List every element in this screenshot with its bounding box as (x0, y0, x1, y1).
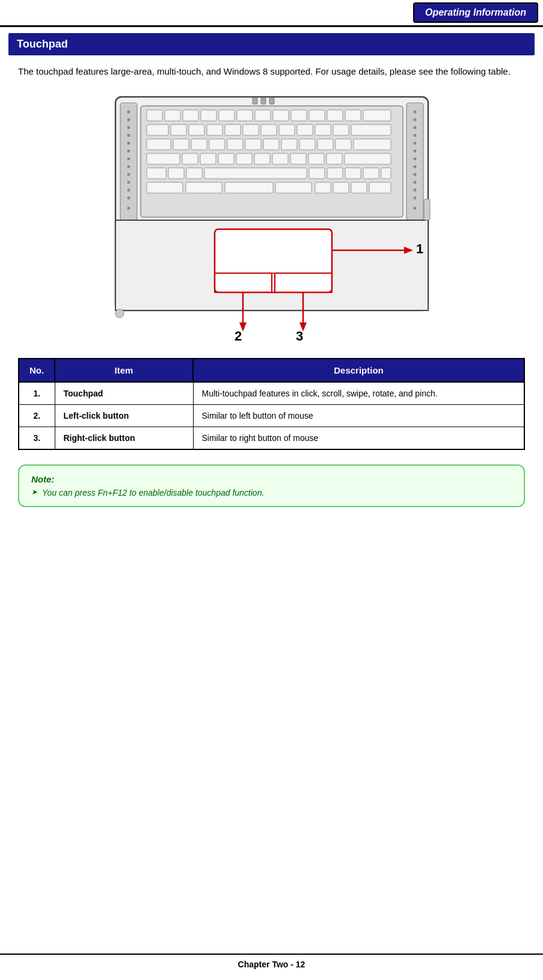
svg-point-16 (413, 110, 416, 113)
table-cell-description: Similar to left button of mouse (193, 404, 524, 427)
svg-rect-71 (147, 153, 180, 164)
svg-rect-91 (147, 182, 183, 193)
svg-rect-70 (354, 139, 391, 150)
svg-rect-53 (261, 125, 277, 135)
svg-rect-36 (183, 110, 198, 121)
svg-rect-37 (201, 110, 216, 121)
svg-point-22 (413, 157, 416, 160)
svg-rect-78 (290, 153, 306, 164)
svg-rect-95 (315, 182, 331, 193)
svg-point-20 (413, 141, 416, 144)
svg-rect-96 (333, 182, 349, 193)
svg-point-24 (413, 173, 416, 176)
header-title: Operating Information (413, 2, 538, 23)
svg-rect-75 (236, 153, 252, 164)
svg-rect-49 (189, 125, 204, 135)
svg-rect-57 (333, 125, 349, 135)
svg-rect-41 (273, 110, 289, 121)
svg-rect-115 (424, 199, 430, 220)
table-cell-no: 3. (19, 427, 55, 449)
svg-rect-62 (209, 139, 225, 150)
svg-rect-35 (165, 110, 180, 121)
svg-rect-68 (318, 139, 333, 150)
svg-point-12 (127, 188, 130, 191)
svg-point-7 (127, 149, 130, 152)
laptop-diagram: 1 2 3 (97, 91, 446, 344)
svg-point-2 (127, 110, 130, 113)
note-box: Note: You can press Fn+F12 to enable/dis… (18, 464, 525, 507)
svg-rect-87 (327, 168, 343, 179)
svg-point-25 (413, 180, 416, 183)
svg-rect-56 (315, 125, 331, 135)
svg-point-4 (127, 126, 130, 129)
svg-point-14 (127, 206, 130, 209)
table-row: 2.Left-click buttonSimilar to left butto… (19, 404, 524, 427)
svg-rect-76 (254, 153, 270, 164)
svg-rect-97 (351, 182, 367, 193)
table-cell-description: Similar to right button of mouse (193, 427, 524, 449)
svg-rect-60 (173, 139, 189, 150)
svg-rect-89 (363, 168, 379, 179)
svg-text:2: 2 (235, 328, 242, 344)
svg-rect-101 (215, 229, 332, 292)
svg-rect-29 (253, 98, 257, 104)
svg-point-10 (127, 173, 130, 176)
col-header-item: Item (55, 359, 193, 382)
info-table: No. Item Description 1.TouchpadMulti-tou… (18, 358, 525, 450)
svg-rect-47 (147, 125, 168, 135)
svg-rect-30 (261, 98, 266, 104)
svg-point-3 (127, 118, 130, 121)
svg-point-23 (413, 165, 416, 168)
svg-rect-55 (297, 125, 313, 135)
svg-rect-84 (186, 168, 202, 179)
svg-rect-43 (309, 110, 325, 121)
note-title: Note: (31, 474, 512, 484)
svg-rect-80 (327, 153, 342, 164)
svg-rect-66 (281, 139, 297, 150)
svg-rect-63 (227, 139, 243, 150)
svg-rect-79 (308, 153, 324, 164)
svg-rect-44 (327, 110, 343, 121)
table-cell-description: Multi-touchpad features in click, scroll… (193, 382, 524, 405)
svg-rect-92 (186, 182, 222, 193)
col-header-description: Description (193, 359, 524, 382)
table-cell-no: 1. (19, 382, 55, 405)
svg-rect-65 (263, 139, 279, 150)
svg-rect-90 (381, 168, 391, 179)
svg-rect-85 (204, 168, 307, 179)
svg-point-26 (413, 188, 416, 191)
svg-rect-39 (237, 110, 253, 121)
svg-text:1: 1 (416, 241, 423, 256)
svg-point-27 (413, 196, 416, 199)
svg-point-17 (413, 118, 416, 121)
footer-label: Chapter Two - 12 (238, 960, 305, 969)
section-heading: Touchpad (8, 33, 535, 55)
svg-rect-59 (147, 139, 171, 150)
svg-rect-77 (272, 153, 288, 164)
svg-rect-42 (291, 110, 307, 121)
svg-rect-69 (336, 139, 351, 150)
svg-rect-88 (345, 168, 361, 179)
svg-rect-38 (219, 110, 235, 121)
svg-text:3: 3 (296, 328, 303, 344)
table-cell-item: Touchpad (55, 382, 193, 405)
svg-point-116 (115, 309, 124, 318)
note-item: You can press Fn+F12 to enable/disable t… (31, 488, 512, 498)
svg-rect-86 (309, 168, 325, 179)
svg-point-6 (127, 141, 130, 144)
header: Operating Information (0, 0, 543, 27)
svg-rect-61 (191, 139, 207, 150)
svg-rect-93 (225, 182, 273, 193)
svg-rect-83 (168, 168, 184, 179)
svg-rect-52 (243, 125, 259, 135)
svg-point-8 (127, 157, 130, 160)
svg-rect-58 (351, 125, 391, 135)
table-cell-item: Right-click button (55, 427, 193, 449)
svg-rect-54 (279, 125, 295, 135)
svg-rect-81 (345, 153, 391, 164)
table-row: 1.TouchpadMulti-touchpad features in cli… (19, 382, 524, 405)
table-row: 3.Right-click buttonSimilar to right but… (19, 427, 524, 449)
svg-rect-34 (147, 110, 162, 121)
svg-point-9 (127, 165, 130, 168)
svg-point-11 (127, 180, 130, 183)
